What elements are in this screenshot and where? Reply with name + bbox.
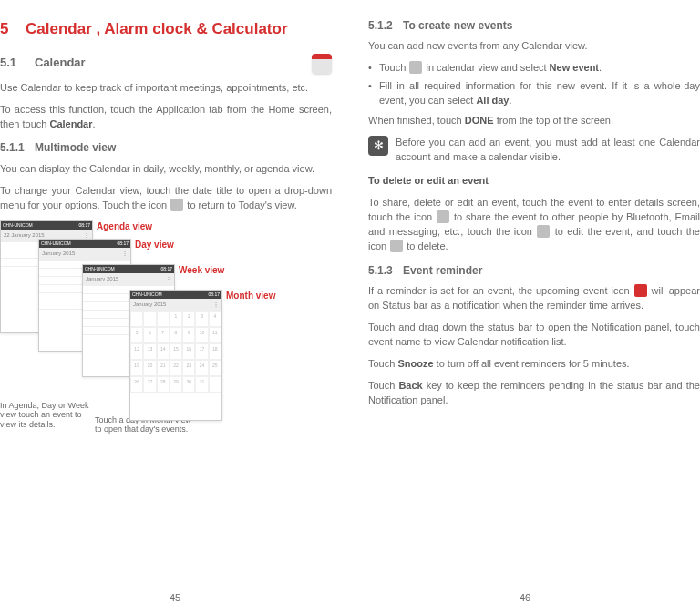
para: You can add new events from any Calendar…	[368, 39, 700, 54]
note-text: Before you can add an event, you must ad…	[396, 136, 700, 165]
subsection-title: Multimode view	[35, 140, 116, 156]
subsection-title: To create new events	[403, 18, 513, 34]
heading-delete-edit: To delete or edit an event	[368, 174, 700, 189]
section-5-1-2: 5.1.2 To create new events	[368, 18, 700, 34]
section-title: Calendar	[35, 55, 86, 72]
calendar-app-icon	[312, 54, 332, 74]
section-5-1-1: 5.1.1 Multimode view	[0, 140, 332, 156]
page-number: 45	[0, 591, 350, 606]
para: Touch Snooze to turn off all event remin…	[368, 357, 700, 372]
para: Touch and drag down the status bar to op…	[368, 321, 700, 350]
bullet-list: Touch in calendar view and select New ev…	[368, 61, 700, 108]
spread: 5 Calendar , Alarm clock & Calculator 5.…	[0, 0, 700, 613]
edit-icon	[537, 225, 550, 238]
label-month: Month view	[226, 290, 275, 303]
footnote-agenda: In Agenda, Day or Week view touch an eve…	[0, 401, 100, 430]
today-icon	[170, 199, 183, 211]
month-view-screenshot: CHN-UNICOM08:17 January 2015⋮ 1234 56789…	[129, 290, 222, 421]
page-number: 46	[350, 591, 700, 606]
plus-icon	[409, 61, 422, 74]
chapter-title: Calendar , Alarm clock & Calculator	[26, 18, 288, 41]
label-week: Week view	[179, 264, 224, 278]
subsection-number: 5.1.3	[368, 263, 403, 279]
para: You can display the Calendar in daily, w…	[0, 162, 332, 177]
reminder-icon	[634, 284, 647, 297]
chapter-number: 5	[0, 18, 26, 41]
para: Use Calendar to keep track of important …	[0, 81, 332, 96]
share-icon	[437, 210, 449, 223]
page-46: 5.1.2 To create new events You can add n…	[350, 0, 700, 613]
subsection-title: Event reminder	[403, 263, 482, 279]
bullet: Fill in all required information for thi…	[368, 79, 700, 108]
note: ✻ Before you can add an event, you must …	[368, 136, 700, 165]
label-day: Day view	[135, 239, 174, 252]
note-icon: ✻	[368, 136, 388, 156]
para: Touch Back key to keep the reminders pen…	[368, 379, 700, 408]
para: To share, delete or edit an event, touch…	[368, 196, 700, 254]
section-5-1: 5.1 Calendar	[0, 54, 332, 74]
chapter-heading: 5 Calendar , Alarm clock & Calculator	[0, 18, 332, 41]
label-agenda: Agenda view	[97, 220, 152, 234]
para: To access this function, touch the Appli…	[0, 103, 332, 132]
section-5-1-3: 5.1.3 Event reminder	[368, 263, 700, 279]
page-45: 5 Calendar , Alarm clock & Calculator 5.…	[0, 0, 350, 613]
bullet: Touch in calendar view and select New ev…	[368, 61, 700, 76]
subsection-number: 5.1.2	[368, 18, 403, 34]
delete-icon	[390, 240, 403, 252]
para: To change your Calendar view, touch the …	[0, 184, 332, 213]
section-number: 5.1	[0, 55, 35, 72]
subsection-number: 5.1.1	[0, 140, 35, 156]
calendar-view-illustration: CHN-UNICOM08:17 22 January 2015⋮ CHN-UNI…	[0, 220, 332, 448]
para: When finished, touch DONE from the top o…	[368, 114, 700, 128]
para: If a reminder is set for an event, the u…	[368, 284, 700, 313]
